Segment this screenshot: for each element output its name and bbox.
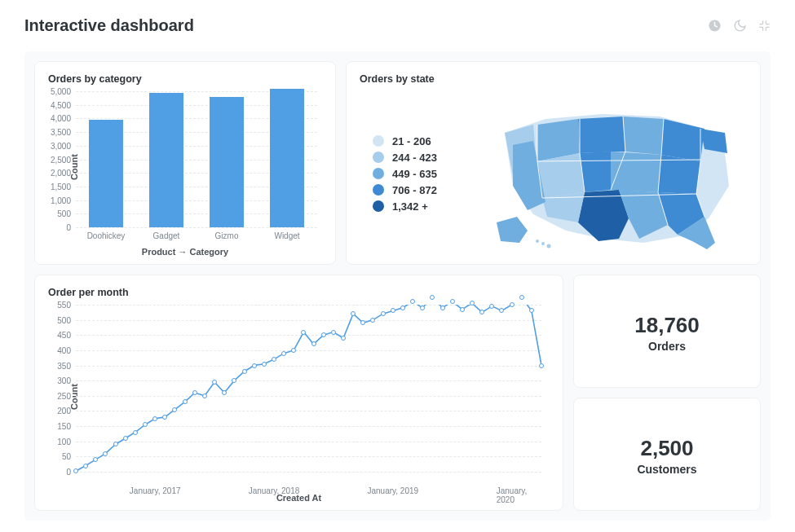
- line-ytick: 550: [57, 301, 71, 310]
- card-orders-by-state[interactable]: Orders by state 21 - 206244 - 423449 - 6…: [346, 61, 761, 265]
- line-ytick: 200: [57, 407, 71, 415]
- line-point[interactable]: [192, 390, 197, 395]
- line-point[interactable]: [341, 336, 346, 341]
- line-point[interactable]: [83, 464, 88, 468]
- line-xtick: January, 2019: [367, 486, 418, 495]
- bar-ytick: 4,000: [51, 114, 71, 123]
- svg-point-1: [536, 240, 539, 243]
- svg-point-3: [546, 244, 550, 248]
- card-title: Orders by category: [48, 73, 322, 85]
- line-point[interactable]: [539, 363, 544, 368]
- line-point[interactable]: [460, 307, 465, 312]
- line-point[interactable]: [440, 306, 445, 310]
- legend-label: 21 - 206: [392, 135, 431, 147]
- line-chart-plot: 050100150200250300350400450500550: [76, 305, 541, 472]
- bar-ytick: 3,500: [51, 128, 71, 137]
- line-point[interactable]: [510, 302, 515, 307]
- line-ytick: 100: [57, 437, 71, 446]
- bar-xtick: Gizmo: [197, 231, 257, 240]
- bar-xtick: Doohickey: [76, 231, 136, 240]
- line-point[interactable]: [252, 363, 257, 368]
- legend-label: 449 - 635: [392, 168, 437, 180]
- kpi-label: Customers: [637, 463, 696, 476]
- card-title: Orders by state: [360, 73, 747, 85]
- bar[interactable]: [210, 97, 245, 227]
- legend-swatch: [373, 168, 384, 179]
- line-point[interactable]: [262, 362, 267, 367]
- header-actions: [708, 19, 771, 33]
- line-point[interactable]: [519, 295, 524, 300]
- line-point[interactable]: [331, 330, 336, 335]
- line-point[interactable]: [272, 357, 276, 362]
- moon-icon[interactable]: [733, 19, 747, 33]
- legend-row: 449 - 635: [373, 168, 482, 180]
- legend-row: 21 - 206: [373, 135, 482, 147]
- bar[interactable]: [270, 89, 305, 227]
- line-point[interactable]: [183, 399, 188, 404]
- legend-row: 706 - 872: [373, 184, 482, 196]
- bar[interactable]: [149, 93, 184, 227]
- kpi-value: 18,760: [634, 313, 700, 338]
- line-ytick: 250: [57, 391, 71, 400]
- bar-chart-plot: 05001,0001,5002,0002,5003,0003,5004,0004…: [76, 91, 317, 227]
- card-orders-by-category[interactable]: Orders by category Count 05001,0001,5002…: [34, 61, 336, 265]
- line-point[interactable]: [400, 306, 405, 310]
- legend-row: 1,342 +: [373, 200, 482, 213]
- line-point[interactable]: [450, 299, 455, 304]
- line-point[interactable]: [381, 311, 386, 316]
- line-point[interactable]: [410, 299, 415, 304]
- line-ytick: 500: [57, 315, 71, 324]
- kpi-label: Orders: [648, 340, 686, 353]
- line-ytick: 150: [57, 422, 71, 431]
- line-point[interactable]: [321, 332, 326, 337]
- bar-ytick: 3,000: [51, 141, 71, 150]
- legend-label: 1,342 +: [392, 200, 428, 213]
- card-kpi-orders[interactable]: 18,760 Orders: [573, 275, 761, 388]
- line-point[interactable]: [123, 436, 128, 441]
- bar-xtick: Widget: [257, 231, 317, 240]
- card-kpi-customers[interactable]: 2,500 Customers: [573, 398, 761, 511]
- card-order-per-month[interactable]: Order per month Count 050100150200250300…: [34, 275, 563, 511]
- bar-ytick: 1,500: [51, 182, 71, 191]
- bar-ytick: 5,000: [51, 87, 71, 96]
- bar-ytick: 4,500: [51, 100, 71, 109]
- bar-ytick: 0: [66, 223, 71, 232]
- fullscreen-exit-icon[interactable]: [758, 20, 771, 32]
- legend-row: 244 - 423: [373, 152, 482, 164]
- bar-ytick: 500: [57, 209, 71, 218]
- line-point[interactable]: [152, 416, 157, 421]
- line-point[interactable]: [202, 394, 207, 398]
- line-point[interactable]: [73, 468, 78, 473]
- card-title: Order per month: [48, 287, 550, 298]
- line-point[interactable]: [301, 330, 306, 335]
- line-xtick: January, 2017: [130, 486, 181, 495]
- line-point[interactable]: [281, 351, 286, 356]
- line-point[interactable]: [420, 306, 425, 310]
- usa-map: [482, 96, 747, 251]
- kpi-value: 2,500: [640, 436, 693, 461]
- legend-swatch: [373, 152, 384, 163]
- line-ytick: 300: [57, 376, 71, 385]
- bar-ytick: 1,000: [51, 196, 71, 204]
- line-point[interactable]: [133, 430, 138, 435]
- legend-swatch: [373, 184, 384, 196]
- line-ytick: 350: [57, 361, 71, 370]
- bar[interactable]: [89, 120, 124, 227]
- clock-icon[interactable]: [708, 19, 722, 33]
- bar-ytick: 2,500: [51, 155, 71, 164]
- line-xtick: January, 2020: [497, 486, 528, 504]
- page-title: Interactive dashboard: [24, 16, 194, 35]
- map-legend: 21 - 206244 - 423449 - 635706 - 8721,342…: [360, 131, 482, 217]
- legend-swatch: [373, 135, 384, 147]
- line-point[interactable]: [242, 369, 247, 374]
- line-ytick: 0: [66, 468, 71, 477]
- legend-label: 706 - 872: [392, 184, 437, 196]
- dashboard-body: Orders by category Count 05001,0001,5002…: [24, 51, 771, 521]
- line-point[interactable]: [430, 295, 435, 300]
- line-ytick: 400: [57, 345, 71, 354]
- legend-label: 244 - 423: [392, 152, 437, 164]
- legend-swatch: [373, 200, 384, 212]
- line-xtick: January, 2018: [249, 486, 300, 495]
- bar-ytick: 2,000: [51, 169, 71, 178]
- bar-x-axis-label: Product → Category: [48, 247, 322, 257]
